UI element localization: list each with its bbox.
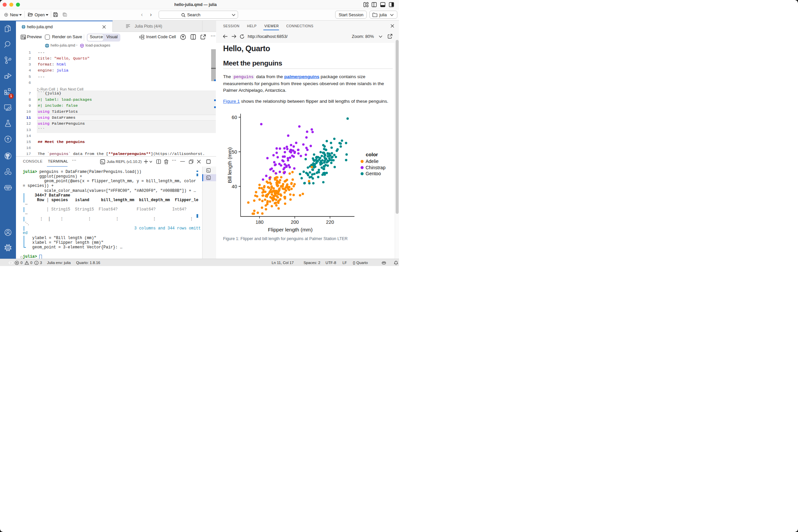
svg-text:50: 50 (232, 149, 237, 155)
svg-text:40: 40 (232, 184, 237, 189)
svg-text:color: color (366, 152, 378, 157)
svg-text:Gentoo: Gentoo (366, 171, 381, 176)
svg-text:220: 220 (326, 220, 334, 225)
svg-text:Adelie: Adelie (366, 158, 379, 164)
svg-text:180: 180 (255, 220, 263, 225)
svg-text:Chinstrap: Chinstrap (366, 165, 386, 170)
svg-text:Flipper length (mm): Flipper length (mm) (268, 227, 312, 232)
svg-text:200: 200 (291, 220, 299, 225)
svg-text:60: 60 (232, 115, 237, 120)
svg-text:Bill length (mm): Bill length (mm) (227, 147, 232, 183)
